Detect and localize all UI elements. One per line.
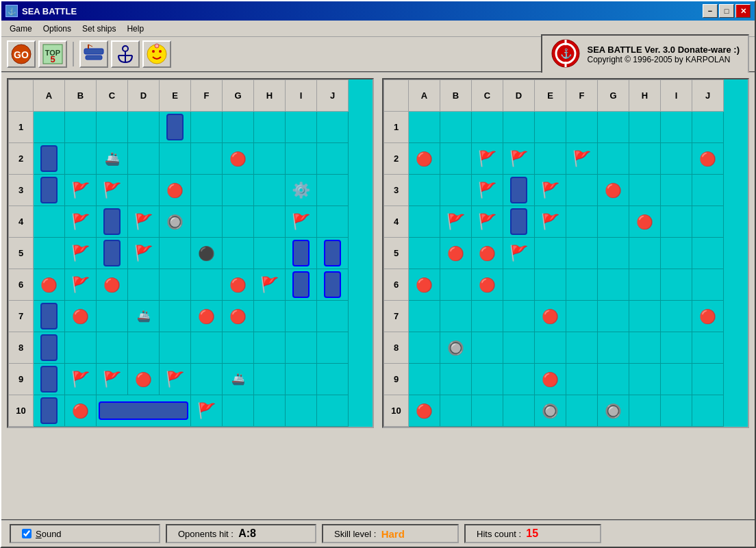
right-cell-8b[interactable]: 🔘 xyxy=(440,332,472,364)
right-cell-2b[interactable] xyxy=(440,143,472,175)
left-cell-8e[interactable] xyxy=(160,332,191,364)
right-cell-3i[interactable] xyxy=(661,175,692,206)
left-cell-3c[interactable]: 🚩 xyxy=(97,175,128,206)
right-cell-6f[interactable] xyxy=(566,269,598,301)
right-cell-10d[interactable] xyxy=(503,395,535,427)
right-cell-1g[interactable] xyxy=(598,112,629,143)
right-cell-9i[interactable] xyxy=(661,364,692,395)
right-cell-4c[interactable]: 🚩 xyxy=(472,206,503,238)
left-cell-9f[interactable] xyxy=(191,364,223,395)
left-cell-1d[interactable] xyxy=(128,112,160,143)
right-cell-3h[interactable] xyxy=(629,175,661,206)
right-cell-4h[interactable]: 🔴 xyxy=(629,206,661,238)
right-cell-1f[interactable] xyxy=(566,112,598,143)
right-cell-3c[interactable]: 🚩 xyxy=(472,175,503,206)
right-cell-4b[interactable]: 🚩 xyxy=(440,206,472,238)
left-cell-10i[interactable] xyxy=(286,395,317,427)
right-cell-8i[interactable] xyxy=(661,332,692,364)
left-cell-1c[interactable] xyxy=(97,112,128,143)
right-cell-9d[interactable] xyxy=(503,364,535,395)
right-cell-8e[interactable] xyxy=(535,332,566,364)
right-cell-6a[interactable]: 🔴 xyxy=(409,269,440,301)
left-cell-9c[interactable]: 🚩 xyxy=(97,364,128,395)
right-cell-10c[interactable] xyxy=(472,395,503,427)
left-cell-7b[interactable]: 🔴 xyxy=(65,301,97,332)
right-cell-9j[interactable] xyxy=(692,364,724,395)
left-cell-8d[interactable] xyxy=(128,332,160,364)
left-cell-4i[interactable]: 🚩 xyxy=(286,206,317,238)
right-cell-7j[interactable]: 🔴 xyxy=(692,301,724,332)
left-cell-1e[interactable] xyxy=(160,112,191,143)
left-cell-4d[interactable]: 🚩 xyxy=(128,206,160,238)
right-cell-5g[interactable] xyxy=(598,238,629,269)
right-cell-1j[interactable] xyxy=(692,112,724,143)
left-cell-7f[interactable]: 🔴 xyxy=(191,301,223,332)
right-cell-9h[interactable] xyxy=(629,364,661,395)
left-cell-7c[interactable] xyxy=(97,301,128,332)
left-cell-4g[interactable] xyxy=(223,206,254,238)
right-cell-3b[interactable] xyxy=(440,175,472,206)
left-cell-4f[interactable] xyxy=(191,206,223,238)
right-cell-5c[interactable]: 🔴 xyxy=(472,238,503,269)
left-cell-3j[interactable] xyxy=(317,175,349,206)
left-cell-9d[interactable]: 🔴 xyxy=(128,364,160,395)
right-cell-5h[interactable] xyxy=(629,238,661,269)
right-cell-8g[interactable] xyxy=(598,332,629,364)
right-cell-5e[interactable] xyxy=(535,238,566,269)
right-cell-10j[interactable] xyxy=(692,395,724,427)
right-cell-2j[interactable]: 🔴 xyxy=(692,143,724,175)
left-cell-9e[interactable]: 🚩 xyxy=(160,364,191,395)
right-cell-3a[interactable] xyxy=(409,175,440,206)
left-cell-9i[interactable] xyxy=(286,364,317,395)
right-cell-10g[interactable]: 🔘 xyxy=(598,395,629,427)
right-cell-2a[interactable]: 🔴 xyxy=(409,143,440,175)
left-cell-6e[interactable] xyxy=(160,269,191,301)
right-cell-4g[interactable] xyxy=(598,206,629,238)
right-cell-6j[interactable] xyxy=(692,269,724,301)
menu-options[interactable]: Options xyxy=(38,23,77,35)
right-cell-1h[interactable] xyxy=(629,112,661,143)
right-cell-7f[interactable] xyxy=(566,301,598,332)
right-cell-4e[interactable]: 🚩 xyxy=(535,206,566,238)
left-cell-2e[interactable] xyxy=(160,143,191,175)
right-cell-4a[interactable] xyxy=(409,206,440,238)
left-cell-7g[interactable]: 🔴 xyxy=(223,301,254,332)
menu-game[interactable]: Game xyxy=(4,23,38,35)
right-cell-7h[interactable] xyxy=(629,301,661,332)
left-cell-10b[interactable]: 🔴 xyxy=(65,395,97,427)
right-cell-6c[interactable]: 🔴 xyxy=(472,269,503,301)
left-cell-10a[interactable] xyxy=(34,395,65,427)
right-cell-10f[interactable] xyxy=(566,395,598,427)
left-cell-8c[interactable] xyxy=(97,332,128,364)
left-cell-7h[interactable] xyxy=(254,301,286,332)
left-cell-1j[interactable] xyxy=(317,112,349,143)
right-cell-6g[interactable] xyxy=(598,269,629,301)
sound-checkbox-label[interactable]: Sound xyxy=(22,529,62,539)
left-cell-3f[interactable] xyxy=(191,175,223,206)
left-cell-7j[interactable] xyxy=(317,301,349,332)
right-cell-10b[interactable] xyxy=(440,395,472,427)
top5-button[interactable]: TOP 5 xyxy=(38,40,67,68)
left-cell-9a[interactable] xyxy=(34,364,65,395)
left-cell-1a[interactable] xyxy=(34,112,65,143)
left-cell-2j[interactable] xyxy=(317,143,349,175)
right-cell-7c[interactable] xyxy=(472,301,503,332)
right-cell-7a[interactable] xyxy=(409,301,440,332)
left-cell-9g[interactable]: 🚢 xyxy=(223,364,254,395)
right-cell-8d[interactable] xyxy=(503,332,535,364)
right-cell-9e[interactable]: 🔴 xyxy=(535,364,566,395)
left-cell-7i[interactable] xyxy=(286,301,317,332)
menu-help[interactable]: Help xyxy=(121,23,149,35)
left-cell-10c-e[interactable] xyxy=(97,395,191,427)
left-cell-5b[interactable]: 🚩 xyxy=(65,238,97,269)
left-cell-6c[interactable]: 🔴 xyxy=(97,269,128,301)
left-cell-3g[interactable] xyxy=(223,175,254,206)
right-cell-4f[interactable] xyxy=(566,206,598,238)
right-cell-8c[interactable] xyxy=(472,332,503,364)
right-cell-8a[interactable] xyxy=(409,332,440,364)
left-cell-2h[interactable] xyxy=(254,143,286,175)
left-cell-8i[interactable] xyxy=(286,332,317,364)
right-cell-2f[interactable]: 🚩 xyxy=(566,143,598,175)
right-cell-7b[interactable] xyxy=(440,301,472,332)
right-cell-2c[interactable]: 🚩 xyxy=(472,143,503,175)
